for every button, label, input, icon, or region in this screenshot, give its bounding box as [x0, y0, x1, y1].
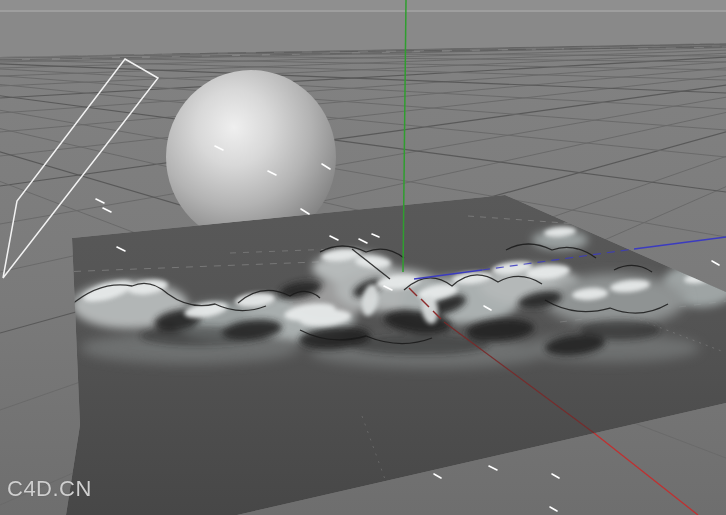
c4d-viewport[interactable]: C4D.CN	[0, 0, 726, 515]
viewport-canvas[interactable]	[0, 0, 726, 515]
watermark-text: C4D.CN	[7, 476, 92, 502]
terrain-low-mound	[545, 274, 685, 326]
top-band	[0, 0, 726, 10]
